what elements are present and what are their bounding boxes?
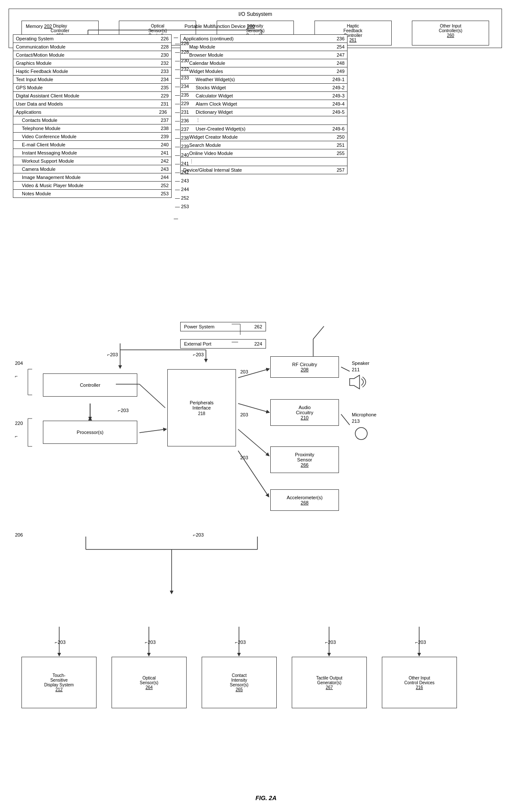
other-input-devices-label: Other Input <box>408 676 430 680</box>
contact-intensity-ref: 265 <box>236 687 243 692</box>
video-music-ref: 252 <box>161 183 169 188</box>
haptic-feedback-controller-ref: 261 <box>349 38 357 42</box>
apps-continued-ref: 236 <box>337 36 345 41</box>
peripherals-ref: 218 <box>190 411 214 416</box>
notes-label: Notes Module <box>22 191 51 196</box>
microphone-ref: 213 <box>352 419 360 424</box>
haptic-feedback-controller-label: Haptic <box>317 24 390 28</box>
text-input-ref: 234 <box>161 77 169 82</box>
haptic-ref: 233 <box>161 69 169 74</box>
calendar-label: Calendar Module <box>189 61 225 66</box>
device-global-row: Device/Global Internal State 257 <box>181 166 347 174</box>
mem-ref-231: — 231 <box>175 109 189 115</box>
messaging-ref: 241 <box>161 150 169 155</box>
curve-220: ⌐ <box>15 434 18 439</box>
ref-220: 220 <box>15 421 23 426</box>
other-input-controller-label: Other Input <box>414 24 487 28</box>
email-ref: 240 <box>161 142 169 147</box>
power-system-ref: 262 <box>254 324 262 329</box>
image-mgmt-row: Image Management Module 244 <box>13 173 171 182</box>
video-conf-label: Video Conference Module <box>22 134 76 139</box>
touch-display-label: Touch- <box>52 673 65 678</box>
svg-line-19 <box>238 429 268 455</box>
mem-ref-239: — 239 <box>175 144 189 149</box>
bus-203-3: 203 <box>240 369 248 374</box>
touch-display-label3: Display System <box>44 683 74 687</box>
online-video-row: Online Video Module 255 <box>181 149 347 158</box>
telephone-ref: 238 <box>161 126 169 131</box>
intensity-sensor-label2: Sensor(s) <box>219 28 292 33</box>
workout-label: Workout Support Module <box>22 158 74 164</box>
external-port-label: External Port <box>184 341 212 346</box>
fig-caption: FIG. 2A <box>255 795 276 801</box>
accelerometer-ref: 268 <box>301 500 308 505</box>
calendar-row: Calendar Module 248 <box>181 59 347 67</box>
email-row: E-mail Client Module 240 <box>13 141 171 149</box>
mem-ref-229: — 229 <box>175 101 189 106</box>
email-label: E-mail Client Module <box>22 142 65 147</box>
optical-sensor-controller-label: Optical <box>121 24 194 28</box>
bus-203-2: ⌐203 <box>193 352 204 357</box>
weather-widget-ref: 249-1 <box>332 77 345 82</box>
ref-206: 206 <box>15 532 23 537</box>
widget-creator-row: Widget Creator Module 250 <box>181 133 347 141</box>
gps-label: GPS Module <box>16 85 42 90</box>
io-title: I/O Subsystem <box>11 11 499 17</box>
mem-ref-241: — 241 <box>175 161 189 166</box>
camera-row: Camera Module 243 <box>13 165 171 173</box>
other-input-devices-label2: Control Devices <box>404 680 435 685</box>
accelerometer-label: Accelerometer(s) <box>274 495 335 500</box>
peripherals-label2: Interface <box>190 405 214 410</box>
telephone-row: Telephone Module 238 <box>13 124 171 133</box>
tactile-output-label: Tactile Output <box>316 676 342 680</box>
search-module-row: Search Module 251 <box>181 141 347 149</box>
memory-block: Operating System 226 Communication Modul… <box>13 34 172 198</box>
external-port-box: External Port 224 <box>180 339 266 349</box>
io-bus-203-4: ⌐203 <box>325 640 336 645</box>
dots-row1: ⋮ <box>181 116 347 125</box>
processor-box: Processor(s) <box>43 421 137 444</box>
gps-ref: 235 <box>161 85 169 90</box>
search-module-ref: 251 <box>337 143 345 148</box>
digital-assistant-label: Digital Assistant Client Module <box>16 93 79 98</box>
user-created-label: User-Created Widget(s) <box>196 126 245 131</box>
proximity-sensor-box: Proximity Sensor 266 <box>270 446 339 473</box>
tactile-output-box: Tactile Output Generator(s) 267 <box>292 657 367 708</box>
gps-row: GPS Module 235 <box>13 84 171 92</box>
svg-point-1 <box>355 428 367 440</box>
user-created-row: User-Created Widget(s) 249-6 <box>181 125 347 133</box>
notes-row: Notes Module 253 <box>13 190 171 197</box>
dictionary-widget-label: Dictionary Widget <box>196 109 233 115</box>
bus-203-7: ⌐203 <box>193 532 204 537</box>
power-system-box: Power System 262 <box>180 322 266 331</box>
io-bus-203-2: ⌐203 <box>145 640 156 645</box>
memory-title-label: Memory 202 <box>26 24 52 29</box>
mem-ref-234: — 234 <box>175 84 189 89</box>
dots-row2: ⋮ <box>181 158 347 166</box>
speaker-icon <box>348 373 369 391</box>
dots-label1: ⋮ <box>196 118 200 123</box>
map-row: Map Module 254 <box>181 43 347 51</box>
video-conf-ref: 239 <box>161 134 169 139</box>
mem-ref-235: — 235 <box>175 92 189 97</box>
stocks-widget-ref: 249-2 <box>332 85 345 90</box>
diagram-container: Memory 202 Portable Multifunction Device… <box>0 0 532 810</box>
video-music-row: Video & Music Player Module 252 <box>13 182 171 190</box>
optical-sensor-box: Optical Sensor(s) 264 <box>112 657 187 708</box>
touch-display-ref: 212 <box>55 687 63 692</box>
external-port-ref: 224 <box>254 341 262 346</box>
widget-creator-ref: 250 <box>337 134 345 140</box>
camera-label: Camera Module <box>22 167 55 172</box>
speaker-ref: 211 <box>352 367 360 372</box>
contacts-ref: 237 <box>161 118 169 123</box>
io-bus-203-3: ⌐203 <box>235 640 246 645</box>
mem-ref-232: — 232 <box>175 67 189 72</box>
mem-ref-244: — 244 <box>175 187 189 192</box>
online-video-ref: 255 <box>337 151 345 156</box>
weather-widget-label: Weather Widget(s) <box>196 77 235 82</box>
optical-sensor-label2: Sensor(s) <box>140 680 158 685</box>
user-data-label: User Data and Models <box>16 101 63 106</box>
contacts-row: Contacts Module 237 <box>13 116 171 124</box>
comm-row: Communication Module 228 <box>13 43 171 51</box>
curve-204: ⌐ <box>15 373 18 379</box>
